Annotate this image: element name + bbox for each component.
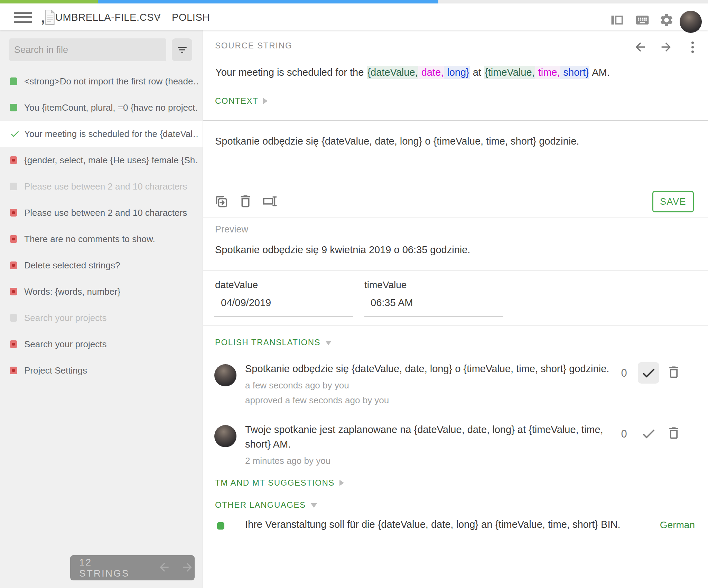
param-timevalue-input[interactable]: [370, 297, 503, 309]
chevron-right-icon: [153, 12, 164, 22]
sidebar-string-item[interactable]: Search your projects: [0, 305, 203, 331]
delete-translation-row-button[interactable]: [665, 364, 683, 382]
arrow-right-icon: [181, 561, 194, 574]
source-string-text: Your meeting is scheduled for the {dateV…: [215, 64, 699, 80]
progress-approved-segment: [98, 0, 438, 3]
source-segment-plain: at: [470, 66, 484, 79]
translation-row: Spotkanie odbędzie się {dateValue, date,…: [203, 357, 708, 408]
user-avatar[interactable]: [680, 11, 702, 33]
string-status-icon: [10, 288, 24, 295]
search-input[interactable]: [9, 38, 166, 61]
translation-meta-list: 2 minutes ago by you: [245, 455, 618, 466]
approve-translation-button[interactable]: [638, 423, 659, 444]
translation-meta: 2 minutes ago by you: [245, 455, 618, 466]
sidebar-string-label: Delete selected strings?: [24, 260, 120, 271]
save-button[interactable]: SAVE: [652, 191, 694, 212]
other-language-list: Ihre Veranstaltung soll für die {dateVal…: [203, 518, 708, 539]
csv-file-icon: ,: [41, 9, 55, 25]
string-status-icon: [10, 235, 24, 243]
other-language-status-icon: [217, 522, 224, 530]
sidebar-string-item[interactable]: {gender, select, male {He uses} female {…: [0, 147, 203, 173]
other-languages-section-header[interactable]: OTHER LANGUAGES: [215, 500, 317, 510]
search-row: [0, 38, 203, 61]
copy-source-button[interactable]: [211, 191, 232, 212]
sidebar-string-item[interactable]: Your meeting is scheduled for the {dateV…: [0, 121, 203, 147]
translation-body: Spotkanie odbędzie się {dateValue, date,…: [245, 357, 618, 406]
string-status-icon: [10, 261, 24, 269]
sidebar-string-item[interactable]: Words: {words, number}: [0, 278, 203, 305]
settings-gear-icon[interactable]: [659, 12, 674, 28]
menu-icon[interactable]: [14, 12, 33, 25]
sidebar-string-label: Project Settings: [24, 365, 87, 376]
sidebar-string-item[interactable]: Please use between 2 and 10 characters: [0, 173, 203, 200]
preview-label: Preview: [215, 224, 248, 235]
sidebar-string-item[interactable]: There are no comments to show.: [0, 226, 203, 252]
sidebar-string-label: {gender, select, male {He uses} female {…: [24, 155, 199, 166]
sidebar-string-label: Please use between 2 and 10 characters: [24, 181, 187, 192]
translator-avatar: [214, 425, 236, 447]
source-segment-style: long}: [444, 66, 470, 79]
breadcrumb-language[interactable]: POLISH: [172, 12, 210, 23]
translations-section-header[interactable]: POLISH TRANSLATIONS: [215, 338, 332, 347]
translation-votes: 0: [616, 367, 632, 379]
side-panel-icon[interactable]: [609, 12, 625, 28]
sidebar-string-label: There are no comments to show.: [24, 234, 155, 245]
sidebar-string-item[interactable]: Search your projects: [0, 331, 203, 357]
other-language-row: Ihre Veranstaltung soll für die {dateVal…: [203, 518, 708, 539]
trash-icon: [666, 365, 681, 380]
more-options-button[interactable]: [686, 40, 699, 54]
translation-text: Twoje spotkanie jest zaplanowane na {dat…: [245, 422, 618, 451]
divider: [203, 270, 708, 270]
approve-translation-button[interactable]: [638, 362, 659, 384]
sidebar-string-label: You {itemCount, plural, =0 {have no proj…: [24, 102, 199, 113]
string-status-icon: [10, 340, 24, 348]
filter-button[interactable]: [172, 38, 192, 61]
keyboard-icon[interactable]: [635, 12, 650, 28]
sidebar-string-item[interactable]: <strong>Do not import the first row (hea…: [0, 68, 203, 94]
editor-toolbar: [211, 191, 283, 212]
delete-translation-row-button[interactable]: [665, 424, 683, 442]
source-segment-style: short}: [560, 66, 589, 79]
app-root: , UMBRELLA-FILE.CSV POLISH: [0, 0, 708, 588]
context-section-header[interactable]: CONTEXT: [215, 96, 268, 106]
filter-icon: [176, 44, 188, 56]
translation-editor[interactable]: Spotkanie odbędzie się {dateValue, date,…: [215, 130, 696, 191]
string-status-icon: [10, 209, 24, 217]
source-segment-plain: AM.: [589, 66, 610, 79]
sidebar-string-label: Search your projects: [24, 339, 106, 350]
string-status-icon: [10, 77, 24, 85]
previous-string-button[interactable]: [633, 40, 647, 54]
breadcrumb-file[interactable]: UMBRELLA-FILE.CSV: [55, 12, 161, 23]
trash-icon: [237, 193, 253, 209]
string-status-icon: [10, 156, 24, 164]
sidebar-string-item[interactable]: Please use between 2 and 10 characters: [0, 200, 203, 226]
strings-count-pill: 12 STRINGS: [70, 555, 195, 580]
sidebar-string-item[interactable]: You {itemCount, plural, =0 {have no proj…: [0, 94, 203, 121]
translator-avatar: [214, 364, 236, 386]
delete-translation-button[interactable]: [235, 191, 256, 212]
pill-prev-button[interactable]: [157, 560, 171, 576]
insert-placeholder-button[interactable]: [259, 191, 280, 212]
text-field-cursor-icon: [262, 193, 278, 209]
triangle-right-icon: [339, 480, 344, 486]
sidebar-string-item[interactable]: Delete selected strings?: [0, 252, 203, 278]
divider: [203, 218, 708, 218]
triangle-right-icon: [263, 98, 268, 104]
divider: [203, 120, 708, 121]
check-icon: [10, 129, 20, 139]
other-language-name-link[interactable]: German: [660, 520, 695, 531]
check-icon: [641, 426, 656, 442]
sidebar-string-item[interactable]: Project Settings: [0, 357, 203, 384]
sidebar-string-label: <strong>Do not import the first row (hea…: [24, 76, 199, 87]
tm-suggestions-section-header[interactable]: TM AND MT SUGGESTIONS: [215, 478, 344, 488]
string-status-icon: [10, 183, 24, 190]
source-string-label: SOURCE STRING: [215, 41, 292, 50]
translation-body: Twoje spotkanie jest zaplanowane na {dat…: [245, 417, 618, 466]
pill-next-button[interactable]: [180, 560, 195, 576]
param-timevalue-underline: [364, 316, 503, 317]
source-segment-var: {timeValue,: [484, 66, 535, 79]
sidebar: <strong>Do not import the first row (hea…: [0, 30, 203, 588]
next-string-button[interactable]: [659, 40, 673, 54]
param-datevalue-input[interactable]: [220, 297, 353, 309]
progress-bar: [0, 0, 708, 3]
